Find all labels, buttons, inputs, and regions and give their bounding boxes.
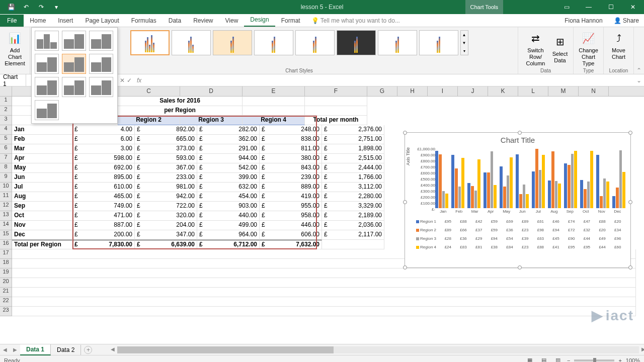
total-b[interactable]: £7,830.00 [72,240,135,249]
total-c[interactable]: £6,639.00 [135,240,197,249]
col-header[interactable]: L [518,86,548,96]
data-cell[interactable]: £320.00 [135,211,197,221]
scroll-right-icon[interactable]: ▶ [639,346,644,352]
row-header[interactable]: 15 [0,230,12,240]
month-cell[interactable]: Aug [12,192,72,202]
tab-design[interactable]: Design [244,14,275,27]
data-cell[interactable]: £895.00 [72,173,135,183]
data-cell[interactable]: £964.00 [197,230,260,240]
data-cell[interactable]: £722.00 [135,202,197,211]
change-chart-type-button[interactable]: 📈 Change Chart Type [577,29,600,68]
col-header[interactable]: E [243,86,305,96]
sheet-tab-data1[interactable]: Data 1 [20,344,51,355]
data-cell[interactable]: £454.00 [197,192,260,202]
data-cell[interactable]: £692.00 [72,163,135,173]
row-header[interactable]: 4 [0,125,12,135]
tab-format[interactable]: Format [275,15,306,27]
data-cell[interactable]: £542.00 [197,163,260,173]
add-sheet-button[interactable]: + [84,346,92,354]
accept-formula-icon[interactable]: ✓ [127,77,132,84]
chart-style-2[interactable] [172,30,211,55]
data-cell[interactable]: £6.00 [72,135,135,144]
undo-icon[interactable]: ↶ [20,2,32,12]
month-cell[interactable]: May [12,163,72,173]
data-cell[interactable]: £2,189.00 [322,211,384,221]
layout-4[interactable] [35,54,59,74]
zoom-level[interactable]: 100% [626,357,640,363]
data-cell[interactable]: £2,280.00 [322,192,384,202]
add-chart-element-button[interactable]: 📊 Add Chart Element [3,29,27,68]
collapse-ribbon-icon[interactable]: ⌃ [634,27,644,74]
data-cell[interactable]: £440.00 [197,211,260,221]
col-header[interactable]: H [397,86,428,96]
minimize-icon[interactable]: — [578,0,600,14]
row-header[interactable]: 14 [0,221,12,230]
col-header[interactable]: D [180,86,243,96]
tell-me-input[interactable]: Tell me what you want to do... [306,15,559,27]
tab-home[interactable]: Home [24,15,52,27]
zoom-in-icon[interactable]: + [618,357,621,363]
layout-2[interactable] [62,31,86,51]
row-header[interactable]: 8 [0,163,12,173]
close-icon[interactable]: ✕ [622,0,644,14]
row-header[interactable]: 11 [0,192,12,202]
tab-review[interactable]: Review [187,15,219,27]
col-header[interactable]: C [118,86,180,96]
data-cell[interactable]: £362.00 [197,135,260,144]
fx-icon[interactable]: fx [135,77,143,84]
row-header[interactable]: 3 [0,116,12,125]
data-cell[interactable]: £233.00 [135,173,197,183]
layout-6[interactable] [89,54,113,74]
month-cell[interactable]: Oct [12,211,72,221]
month-cell[interactable]: Jun [12,173,72,183]
save-icon[interactable]: 💾 [5,2,17,12]
page-break-view-icon[interactable]: ▥ [553,356,563,363]
chart-style-5[interactable] [295,30,335,55]
row-header[interactable]: 9 [0,173,12,183]
tab-view[interactable]: View [219,15,245,27]
data-cell[interactable]: £606.00 [260,230,322,240]
data-cell[interactable]: £446.00 [260,221,322,230]
chart-plot-area[interactable] [435,148,625,208]
data-cell[interactable]: £367.00 [135,163,197,173]
col-header[interactable]: M [548,86,579,96]
subtitle-cell[interactable]: per Region [118,106,243,116]
month-cell[interactable]: Jul [12,183,72,192]
data-cell[interactable]: £419.00 [260,192,322,202]
formula-input[interactable] [143,79,634,81]
data-cell[interactable]: £2,036.00 [322,221,384,230]
chart-style-3[interactable] [213,30,252,55]
chart-style-7[interactable] [378,30,417,55]
month-cell[interactable]: Dec [12,230,72,240]
col-header[interactable]: K [488,86,518,96]
data-cell[interactable]: £889.00 [260,183,322,192]
data-cell[interactable]: £2,117.00 [322,230,384,240]
row-header[interactable]: 16 [0,240,12,249]
month-cell[interactable]: Jan [12,125,72,135]
redo-icon[interactable]: ↷ [35,2,47,12]
total-e[interactable]: £7,632.00 [260,240,322,249]
data-cell[interactable]: £944.00 [197,154,260,163]
select-data-button[interactable]: ⊞ Select Data [550,29,570,68]
col-header[interactable]: N [579,86,609,96]
tab-nav-next-icon[interactable]: ▶ [10,347,20,352]
layout-9[interactable] [89,77,113,97]
data-cell[interactable]: £2,444.00 [322,163,384,173]
row-header[interactable]: 23 [0,307,12,316]
ribbon-options-icon[interactable]: ▭ [555,0,578,14]
month-cell[interactable]: Apr [12,154,72,163]
data-cell[interactable]: £958.00 [260,211,322,221]
data-cell[interactable]: £811.00 [260,144,322,154]
data-cell[interactable]: £248.00 [260,125,322,135]
total-label[interactable]: Total per Region [12,240,72,249]
page-layout-view-icon[interactable]: ▤ [539,356,549,363]
data-cell[interactable]: £665.00 [135,135,197,144]
data-cell[interactable]: £282.00 [197,125,260,135]
name-box[interactable]: Chart 1 [0,72,26,88]
month-cell[interactable]: Mar [12,144,72,154]
data-cell[interactable]: £3.00 [72,144,135,154]
row-header[interactable]: 21 [0,288,12,297]
row-header[interactable]: 17 [0,249,12,259]
switch-row-column-button[interactable]: ⇄ Switch Row/ Column [521,29,550,68]
tab-formulas[interactable]: Formulas [125,15,163,27]
